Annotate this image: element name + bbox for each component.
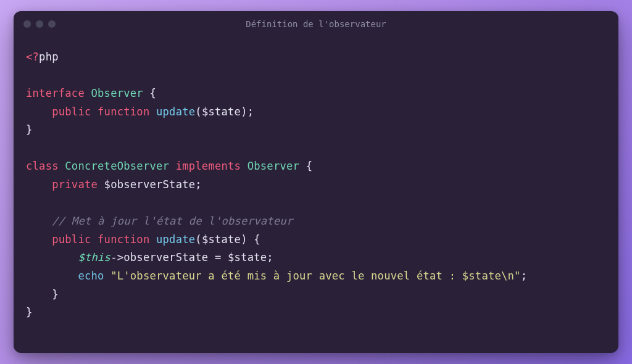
code-window: Définition de l'observateur <?php interf…: [14, 11, 618, 353]
paren: (: [195, 233, 202, 246]
brace: {: [149, 87, 156, 99]
arrow: ->: [110, 251, 123, 263]
titlebar: Définition de l'observateur: [14, 11, 618, 37]
maximize-icon[interactable]: [48, 20, 56, 28]
php-label: php: [39, 51, 59, 63]
var-state: $state: [202, 105, 241, 118]
semi: ;: [195, 178, 202, 191]
semi: ;: [247, 105, 254, 118]
this-kw: $this: [78, 251, 110, 263]
var-state: $state: [228, 251, 267, 263]
echo-kw: echo: [78, 270, 104, 282]
minimize-icon[interactable]: [36, 20, 43, 28]
brace: {: [254, 233, 260, 246]
brace: }: [26, 306, 33, 318]
kw-class: class: [26, 160, 59, 172]
kw-interface: interface: [26, 87, 85, 99]
brace: }: [52, 288, 59, 300]
traffic-lights: [23, 20, 56, 28]
comment: // Met à jour l'état de l'observateur: [52, 215, 293, 227]
code-editor: <?php interface Observer { public functi…: [14, 37, 618, 353]
var-state: $state: [202, 233, 241, 246]
paren: ): [241, 233, 247, 246]
paren: (: [195, 105, 202, 118]
close-icon[interactable]: [23, 20, 31, 28]
kw-public: public: [52, 233, 91, 246]
string-literal: "L'observateur a été mis à jour avec le …: [110, 270, 521, 282]
semi: ;: [267, 251, 273, 263]
kw-function: function: [98, 105, 149, 118]
paren: ): [241, 105, 247, 118]
window-title: Définition de l'observateur: [14, 19, 618, 29]
kw-function: function: [98, 233, 149, 246]
type-concrete: ConcreteObserver: [65, 160, 169, 172]
kw-implements: implements: [176, 160, 241, 172]
assign: =: [208, 251, 228, 263]
brace: {: [306, 160, 313, 172]
fn-update: update: [156, 233, 195, 246]
kw-public: public: [52, 105, 91, 118]
semi: ;: [521, 270, 528, 282]
brace: }: [26, 123, 33, 136]
fn-update: update: [156, 105, 195, 118]
prop-observer-state: observerState: [123, 251, 208, 263]
kw-private: private: [52, 178, 98, 191]
type-observer: Observer: [247, 160, 299, 172]
var-observer-state: $observerState: [104, 178, 196, 191]
type-observer: Observer: [91, 87, 143, 99]
php-open-tag: <?: [26, 51, 39, 63]
